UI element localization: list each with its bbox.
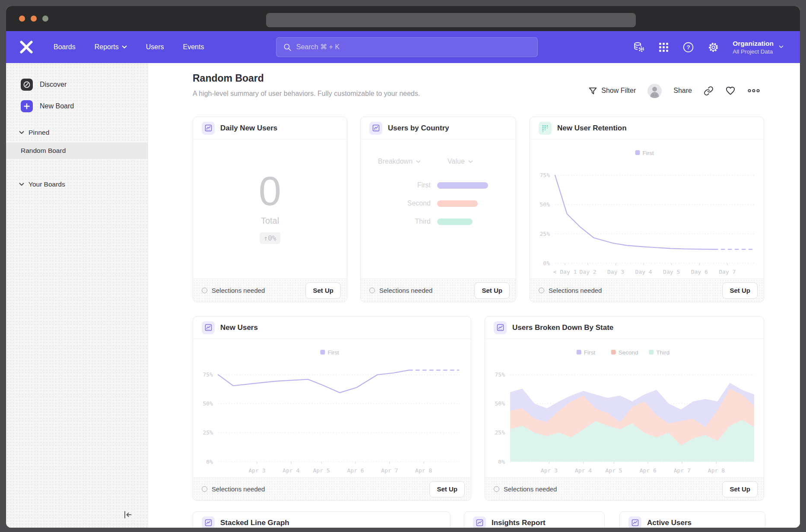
card-insights-report: Insights Report <box>464 511 605 528</box>
filter-funnel-icon <box>588 86 597 95</box>
breakdown-row-label: First <box>361 181 431 189</box>
sidebar-section-pinned[interactable]: Pinned <box>19 129 49 136</box>
svg-text:50%: 50% <box>540 201 550 208</box>
set-up-button[interactable]: Set Up <box>474 282 510 299</box>
sidebar-item-random-board[interactable]: Random Board <box>6 142 148 159</box>
search-bar[interactable] <box>276 37 538 57</box>
sidebar-section-your-boards[interactable]: Your Boards <box>19 180 65 188</box>
svg-text:Apr 7: Apr 7 <box>674 467 691 474</box>
page-title: Random Board <box>193 73 264 84</box>
status-circle-icon <box>202 486 207 492</box>
retention-grid-icon <box>539 122 552 135</box>
search-icon <box>283 43 292 51</box>
breakdown-select[interactable]: Breakdown <box>378 158 421 165</box>
card-body: 0 Total ↑0% <box>193 139 347 279</box>
window-zoom-button[interactable] <box>42 16 48 22</box>
card-footer: Selections needed Set Up <box>485 477 764 500</box>
plus-icon <box>21 100 33 112</box>
card-header: Stacked Line Graph <box>193 512 450 528</box>
card-active-users: Active Users <box>619 511 765 528</box>
svg-text:Third: Third <box>656 349 670 356</box>
nav-item-boards[interactable]: Boards <box>54 43 76 51</box>
svg-text:Apr 6: Apr 6 <box>347 467 364 474</box>
top-nav: Boards Reports Users Events <box>6 31 800 63</box>
users-by-state-chart: FirstSecondThird75%50%25%0%Apr 3Apr 4Apr… <box>485 339 764 477</box>
status-circle-icon <box>202 288 207 293</box>
apps-grid-icon[interactable] <box>658 42 669 53</box>
card-header: Insights Report <box>464 512 604 528</box>
breakdown-row-label: Second <box>361 200 431 207</box>
svg-text:Apr 8: Apr 8 <box>708 467 725 474</box>
set-up-button[interactable]: Set Up <box>722 481 758 497</box>
card-footer: Selections needed Set Up <box>193 477 471 500</box>
svg-text:Apr 5: Apr 5 <box>606 467 622 474</box>
nav-links: Boards Reports Users Events <box>54 43 204 51</box>
line-chart-icon <box>202 321 215 334</box>
window-minimize-button[interactable] <box>31 16 37 22</box>
copy-link-icon[interactable] <box>704 86 714 96</box>
nav-item-users[interactable]: Users <box>146 43 164 51</box>
status-circle-icon <box>539 288 544 293</box>
status-text: Selections needed <box>379 287 432 294</box>
svg-text:0%: 0% <box>206 459 213 465</box>
svg-text:Apr 3: Apr 3 <box>249 467 266 474</box>
svg-text:Day 3: Day 3 <box>607 269 624 275</box>
help-icon[interactable]: ? <box>682 41 694 53</box>
card-footer: Selections needed Set Up <box>530 279 764 302</box>
nav-item-reports[interactable]: Reports <box>95 43 127 51</box>
set-up-button[interactable]: Set Up <box>305 282 341 299</box>
status-text: Selections needed <box>549 287 602 294</box>
settings-gear-icon[interactable] <box>708 41 719 53</box>
search-input[interactable] <box>296 43 530 51</box>
chevron-down-icon <box>416 160 421 163</box>
svg-text:Day 7: Day 7 <box>719 269 736 275</box>
sidebar-item-discover[interactable]: Discover <box>21 79 67 91</box>
card-new-users: New Users First75%50%25%0%Apr 3Apr 4Apr … <box>193 316 471 501</box>
svg-text:Apr 7: Apr 7 <box>381 467 398 474</box>
window-close-button[interactable] <box>19 16 25 22</box>
card-header: Users by Country <box>361 117 516 139</box>
avatar[interactable] <box>647 84 662 98</box>
line-chart-icon <box>473 516 486 528</box>
line-chart-icon <box>369 122 382 135</box>
more-options-icon[interactable] <box>747 88 760 93</box>
svg-text:Day 5: Day 5 <box>663 269 680 275</box>
card-body: First75%50%25%0%< Day 1Day 2Day 3Day 4Da… <box>530 139 764 279</box>
svg-text:Apr 4: Apr 4 <box>575 467 592 474</box>
set-up-button[interactable]: Set Up <box>722 282 758 299</box>
svg-text:Second: Second <box>619 349 638 356</box>
org-project: All Project Data <box>733 48 774 55</box>
favorite-heart-icon[interactable] <box>725 86 736 96</box>
value-select[interactable]: Value <box>447 158 473 165</box>
breakdown-bar <box>437 218 473 225</box>
card-body: First75%50%25%0%Apr 3Apr 4Apr 5Apr 6Apr … <box>193 339 471 477</box>
org-selector[interactable]: Organization All Project Data <box>733 39 784 55</box>
compass-icon <box>21 79 33 91</box>
sidebar-item-label: Discover <box>40 81 67 89</box>
share-button[interactable]: Share <box>673 87 692 95</box>
card-title: Insights Report <box>492 519 546 527</box>
main-panel: Random Board A high-level summary of use… <box>148 63 800 528</box>
card-daily-new-users: Daily New Users 0 Total ↑0% Selections n… <box>193 117 347 302</box>
traffic-lights <box>19 16 48 22</box>
svg-text:25%: 25% <box>540 231 550 237</box>
svg-text:?: ? <box>687 44 690 51</box>
line-chart-icon <box>494 321 507 334</box>
card-header: Active Users <box>620 512 765 528</box>
status-text: Selections needed <box>504 485 557 493</box>
show-filter-button[interactable]: Show Filter <box>588 86 636 95</box>
nav-right: ? Organization All Project Data <box>633 31 800 63</box>
mixpanel-logo-icon[interactable] <box>19 40 34 54</box>
browser-chrome <box>6 6 800 31</box>
svg-text:Apr 4: Apr 4 <box>282 467 299 474</box>
set-up-button[interactable]: Set Up <box>429 481 465 497</box>
nav-item-events[interactable]: Events <box>183 43 204 51</box>
card-footer: Selections needed Set Up <box>193 279 347 302</box>
sidebar-item-new-board[interactable]: New Board <box>21 100 74 112</box>
url-bar[interactable] <box>266 13 636 27</box>
card-stacked-line-graph: Stacked Line Graph <box>193 511 451 528</box>
breakdown-row: First <box>361 182 516 189</box>
data-management-icon[interactable] <box>633 41 645 53</box>
collapse-sidebar-icon[interactable] <box>123 510 133 522</box>
svg-text:Apr 8: Apr 8 <box>415 467 432 474</box>
